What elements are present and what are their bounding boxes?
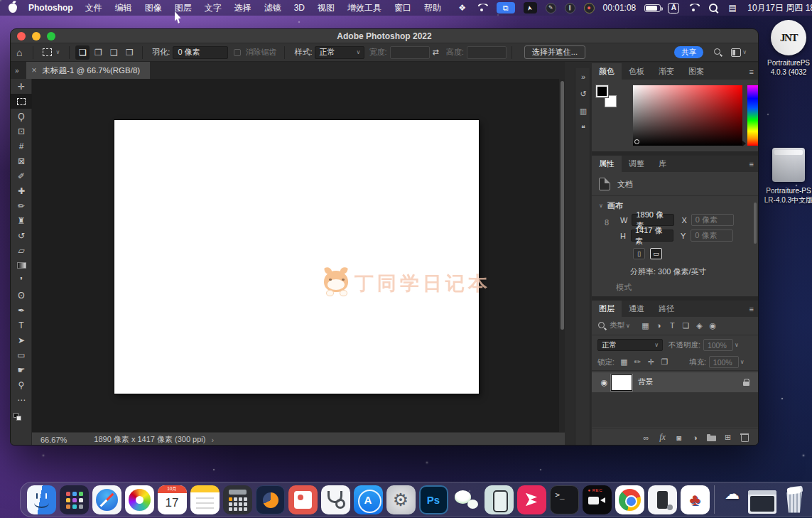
comments-icon[interactable]: ❝ — [575, 119, 591, 136]
desktop-icon-portraiture-ps[interactable]: JNT PortraiturePS 4.0.3 (4032 — [757, 20, 812, 77]
workspace-layout-icon[interactable] — [731, 48, 741, 57]
landscape-orientation-icon[interactable]: ▭ — [650, 248, 662, 259]
home-icon[interactable]: ⌂ — [16, 47, 22, 58]
delete-layer-icon[interactable] — [737, 432, 751, 443]
eraser-tool[interactable]: ▱ — [11, 243, 32, 258]
filter-pin-icon[interactable]: ◉ — [706, 321, 720, 330]
panel-menu-icon[interactable]: ≡ — [749, 63, 754, 80]
photo-viewer-app[interactable] — [288, 485, 318, 514]
layer-visibility-eye-icon[interactable]: ◉ — [597, 378, 611, 387]
chrome-app[interactable] — [615, 485, 644, 514]
tab-gradients[interactable]: 渐变 — [651, 63, 681, 80]
panel-menu-icon[interactable]: ≡ — [749, 301, 754, 317]
crop-tool[interactable]: # — [11, 139, 32, 153]
phone-tool-app[interactable] — [648, 485, 677, 514]
calendar-app[interactable]: 10月17 — [158, 485, 187, 514]
constrain-link-icon[interactable]: 8 — [605, 218, 609, 227]
healing-brush-tool[interactable]: ✚ — [11, 183, 32, 198]
zoom-level[interactable]: 66.67% — [40, 436, 67, 444]
launchpad[interactable] — [60, 485, 89, 514]
document-canvas[interactable]: 丁同学日记本 — [114, 120, 479, 394]
screen-recorder-app[interactable]: ● REC — [583, 485, 612, 514]
layer-thumbnail[interactable] — [611, 374, 632, 391]
iphone-mirroring[interactable] — [485, 485, 514, 514]
move-tool[interactable]: ✛ — [11, 79, 32, 94]
type-tool[interactable]: T — [11, 318, 32, 333]
notes-app[interactable] — [190, 485, 220, 514]
chevron-down-icon[interactable]: ∨ — [626, 323, 630, 329]
menu-image[interactable]: 图像 — [139, 0, 168, 16]
hue-slider-pointer[interactable] — [742, 141, 746, 146]
color-field[interactable] — [633, 85, 742, 146]
new-selection-icon[interactable]: ❏ — [75, 45, 90, 60]
subtract-selection-icon[interactable]: ❑ — [107, 45, 121, 60]
chevron-down-icon[interactable]: ∨ — [735, 342, 739, 348]
filter-type-label[interactable]: 类型 — [610, 320, 624, 330]
photos-app[interactable] — [125, 485, 154, 514]
layer-group-icon[interactable] — [705, 432, 718, 443]
tab-libraries[interactable]: 库 — [651, 156, 673, 172]
menu-select[interactable]: 选择 — [228, 0, 258, 16]
marquee-preset-icon[interactable] — [43, 48, 52, 56]
document-tab[interactable]: × 未标题-1 @ 66.7%(RGB/8) — [26, 62, 151, 79]
control-center-icon[interactable]: ▤ — [727, 2, 737, 14]
app-store[interactable]: A — [354, 485, 383, 514]
spotlight-search-icon[interactable] — [708, 3, 719, 14]
hand-tool[interactable]: ☛ — [11, 362, 32, 377]
status-chevron-icon[interactable]: › — [211, 436, 214, 444]
history-brush-tool[interactable]: ↺ — [11, 228, 32, 243]
filter-pixel-layers-icon[interactable]: ▦ — [639, 321, 652, 330]
hue-slider[interactable] — [747, 85, 759, 146]
zoom-tool[interactable]: ⚲ — [11, 377, 32, 392]
style-dropdown[interactable]: 正常∨ — [315, 46, 364, 59]
menu-help[interactable]: 帮助 — [418, 0, 448, 16]
lock-all-icon[interactable] — [671, 357, 685, 367]
menu-layer[interactable]: 图层 — [168, 0, 198, 16]
chevron-down-icon[interactable]: ∨ — [740, 359, 745, 365]
background-layer-row[interactable]: ◉ 背景 — [592, 372, 758, 392]
swap-dimensions-icon[interactable]: ⇄ — [433, 48, 439, 57]
default-colors-icon[interactable] — [13, 413, 29, 420]
workspace-chevron-icon[interactable]: ∨ — [742, 49, 747, 55]
dodge-tool[interactable]: ʘ — [11, 288, 32, 303]
libraries-icon[interactable]: ▥ — [575, 102, 591, 119]
finder-app[interactable] — [27, 485, 56, 514]
filter-search-icon[interactable] — [597, 321, 607, 330]
cursor-tool-icon[interactable]: ➤ — [524, 2, 537, 14]
lock-move-icon[interactable]: ✛ — [644, 357, 658, 367]
wechat-app[interactable] — [452, 485, 481, 514]
filter-smart-objects-icon[interactable]: ◈ — [693, 321, 706, 330]
fill-input[interactable]: 100% — [709, 356, 739, 368]
tab-swatches[interactable]: 色板 — [622, 63, 651, 80]
menu-view[interactable]: 视图 — [311, 0, 341, 16]
x-value-input[interactable]: 0 像素 — [691, 214, 734, 226]
clone-stamp-tool[interactable]: ♜ — [11, 213, 32, 228]
foreground-color-swatch-small[interactable] — [596, 85, 608, 97]
portrait-orientation-icon[interactable]: ▯ — [633, 248, 645, 259]
layer-mask-icon[interactable]: ◙ — [672, 432, 686, 443]
dock-divider[interactable] — [711, 484, 718, 515]
select-and-mask-button[interactable]: 选择并遮住... — [524, 45, 585, 59]
filter-type-layers-icon[interactable]: T — [666, 321, 679, 330]
wifi-alert-icon[interactable] — [476, 3, 488, 13]
input-method-icon[interactable]: A — [668, 3, 679, 14]
section-collapse-icon[interactable]: ∨ — [599, 203, 603, 209]
gradient-tool[interactable] — [11, 258, 32, 273]
intersect-selection-icon[interactable]: ❒ — [122, 45, 136, 60]
lock-transparent-icon[interactable]: ▦ — [617, 357, 631, 367]
menu-window[interactable]: 窗口 — [388, 0, 418, 16]
new-layer-icon[interactable]: ⊞ — [721, 432, 735, 443]
history-icon[interactable]: ↺ — [575, 85, 591, 102]
width-value-input[interactable]: 1890 像素 — [632, 214, 674, 226]
menu-edit[interactable]: 编辑 — [109, 0, 139, 16]
rectangular-marquee-tool[interactable] — [11, 94, 32, 109]
canvas-area[interactable]: 丁同学日记本 — [32, 79, 565, 446]
minimized-window[interactable] — [748, 490, 776, 514]
lock-artboard-icon[interactable]: ❐ — [658, 357, 671, 367]
rectangle-tool[interactable]: ▭ — [11, 347, 32, 362]
menu-bar-clock[interactable]: 10月17日 周四 18:4 — [747, 2, 812, 14]
share-button[interactable]: 共享 — [674, 46, 703, 58]
battery-icon[interactable] — [644, 4, 661, 12]
edit-toolbar-icon[interactable]: ⋯ — [11, 392, 32, 407]
collapse-tools-icon[interactable]: » — [15, 67, 19, 75]
